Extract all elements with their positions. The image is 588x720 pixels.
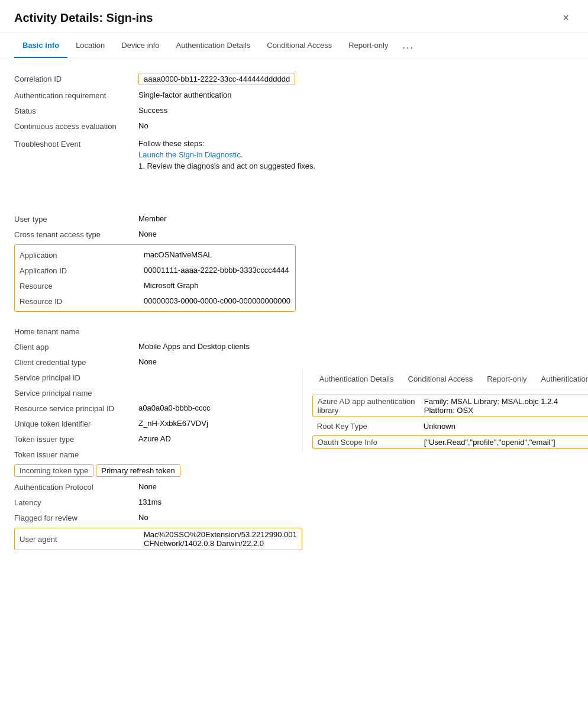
split-area: Service principal ID Service principal n… [14,370,574,553]
latency-row: Latency 131ms [14,495,302,510]
application-value: macOSNativeMSAL [144,250,290,259]
tab-authentication-details[interactable]: Authentication Details [168,34,259,58]
oauth-scope-row: Oauth Scope Info ["User.Read","profile",… [312,435,588,449]
status-value: Success [138,106,574,115]
flagged-label: Flagged for review [14,513,138,522]
troubleshoot-row: Troubleshoot Event Follow these steps: L… [14,136,574,173]
cross-tenant-value: None [138,230,574,238]
auth-protocol-row: Authentication Protocol None [14,479,302,495]
app-id-label: Application ID [20,266,144,275]
tab-report-only[interactable]: Report-only [340,34,396,58]
azure-ad-lib-row: Azure AD app authentication library Fami… [312,395,588,417]
client-cred-value: None [138,357,574,366]
tab-bar: Basic info Location Device info Authenti… [0,33,588,59]
app-id-row: Application ID 00001111-aaaa-2222-bbbb-3… [20,263,290,278]
unique-token-label: Unique token identifier [14,419,138,428]
tab-more[interactable]: ... [396,33,419,58]
auth-protocol-label: Authentication Protocol [14,482,138,492]
svc-principal-name-row: Service principal name [14,385,302,401]
svc-principal-id-label: Service principal ID [14,373,138,382]
right-panel: Authentication Details Conditional Acces… [302,370,588,451]
troubleshoot-step: Follow these steps: [138,139,315,148]
user-type-value: Member [138,214,574,223]
secondary-tab-auth-events[interactable]: Authentication Events [534,370,588,389]
client-app-row: Client app Mobile Apps and Desktop clien… [14,339,574,354]
resource-id-value: 00000003-0000-0000-c000-000000000000 [144,296,290,305]
auth-req-value: Single-factor authentication [138,91,574,99]
token-issuer-type-value: Azure AD [138,434,302,443]
secondary-tab-auth-details[interactable]: Authentication Details [312,370,401,389]
user-agent-row: User agent Mac%20SSO%20Extension/53.2212… [14,528,302,550]
token-issuer-name-label: Token issuer name [14,450,138,459]
status-label: Status [14,106,138,115]
secondary-tab-bar: Authentication Details Conditional Acces… [312,370,588,390]
auth-req-row: Authentication requirement Single-factor… [14,88,574,103]
secondary-tab-conditional[interactable]: Conditional Access [401,370,480,389]
tab-location[interactable]: Location [67,34,113,58]
dialog-header: Activity Details: Sign-ins × [0,0,588,33]
oauth-scope-value: ["User.Read","profile","openid","email"] [424,438,555,447]
cae-value: No [138,121,574,130]
correlation-id-label: Correlation ID [14,75,138,83]
client-app-label: Client app [14,342,138,351]
cross-tenant-label: Cross tenant access type [14,230,138,239]
troubleshoot-review: 1. Review the diagnosis and act on sugge… [138,162,315,170]
status-row: Status Success [14,103,574,118]
token-issuer-type-row: Token issuer type Azure AD [14,431,302,447]
root-key-row: Root Key Type Unknown [312,419,588,433]
resource-label: Resource [20,281,144,290]
flagged-value: No [138,513,302,522]
client-cred-row: Client credential type None [14,354,574,370]
user-type-row: User type Member [14,211,574,227]
oauth-scope-label: Oauth Scope Info [318,438,424,447]
resource-svc-value: a0a0a0a0-bbbb-cccc [138,403,302,412]
troubleshoot-link[interactable]: Launch the Sign-in Diagnostic. [138,150,315,159]
svc-principal-id-row: Service principal ID [14,370,302,385]
cross-tenant-row: Cross tenant access type None [14,227,574,242]
incoming-token-row: Incoming token type Primary refresh toke… [14,462,302,479]
root-key-value: Unknown [424,422,455,431]
auth-req-label: Authentication requirement [14,91,138,100]
incoming-token-value: Primary refresh token [96,464,180,477]
dialog-title: Activity Details: Sign-ins [14,11,153,25]
left-panel: Service principal ID Service principal n… [14,370,302,553]
home-tenant-row: Home tenant name [14,324,574,339]
secondary-tab-report-only[interactable]: Report-only [480,370,534,389]
client-app-value: Mobile Apps and Desktop clients [138,342,574,351]
resource-id-row: Resource ID 00000003-0000-0000-c000-0000… [20,293,290,309]
correlation-id-value: aaaa0000-bb11-2222-33cc-444444dddddd [138,73,295,85]
application-block: Application macOSNativeMSAL Application … [14,244,296,312]
unique-token-value: Z_nH-XxbkE67VDVj [138,419,302,428]
token-issuer-type-label: Token issuer type [14,434,138,444]
cae-label: Continuous access evaluation [14,121,138,131]
user-agent-label: User agent [20,535,144,544]
troubleshoot-value: Follow these steps: Launch the Sign-in D… [138,139,315,170]
resource-id-label: Resource ID [20,296,144,306]
unique-token-row: Unique token identifier Z_nH-XxbkE67VDVj [14,416,302,431]
resource-row: Resource Microsoft Graph [20,278,290,293]
application-row: Application macOSNativeMSAL [20,247,290,263]
latency-label: Latency [14,498,138,507]
application-label: Application [20,250,144,260]
token-issuer-name-row: Token issuer name [14,447,302,462]
azure-ad-lib-value: Family: MSAL Library: MSAL.objc 1.2.4 Pl… [424,397,587,415]
cae-row: Continuous access evaluation No [14,118,574,134]
resource-svc-row: Resource service principal ID a0a0a0a0-b… [14,401,302,416]
tab-conditional-access[interactable]: Conditional Access [259,34,340,58]
tab-basic-info[interactable]: Basic info [14,34,67,58]
user-type-label: User type [14,214,138,224]
svc-principal-name-label: Service principal name [14,388,138,398]
flagged-row: Flagged for review No [14,510,302,525]
client-cred-label: Client credential type [14,357,138,367]
tab-device-info[interactable]: Device info [113,34,167,58]
latency-value: 131ms [138,498,302,506]
auth-protocol-value: None [138,482,302,491]
main-content: Correlation ID aaaa0000-bb11-2222-33cc-4… [0,59,588,562]
azure-ad-lib-label: Azure AD app authentication library [318,397,424,415]
app-id-value: 00001111-aaaa-2222-bbbb-3333cccc4444 [144,266,290,275]
incoming-token-label: Incoming token type [14,464,93,477]
close-button[interactable]: × [558,9,574,27]
resource-value: Microsoft Graph [144,281,290,290]
troubleshoot-label: Troubleshoot Event [14,139,138,148]
user-agent-value: Mac%20SSO%20Extension/53.2212990.001 CFN… [144,530,297,548]
